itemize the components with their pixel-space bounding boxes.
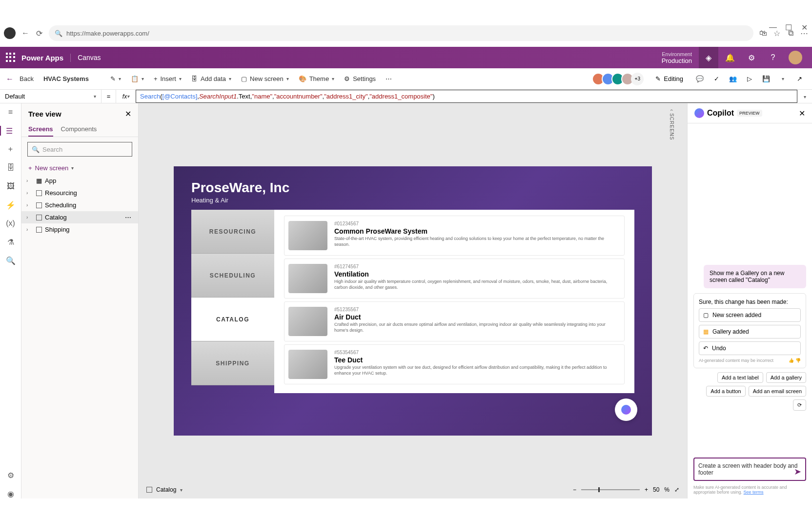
url-bar[interactable]: 🔍 https://make.powerapps.com/ [49,25,753,41]
tree-search-input[interactable]: 🔍 Search [27,142,132,157]
notifications-icon[interactable]: 🔔 [720,47,740,68]
suggestion-chip[interactable]: Add a gallery [766,372,806,383]
stage-nav: RESOURCING SCHEDULING CATALOG SHIPPING [191,210,274,393]
undo-button[interactable]: ↶Undo [699,341,801,355]
edit-icon[interactable]: ✎ ▾ [106,73,125,84]
app-launcher-icon[interactable] [6,53,16,62]
support-rail-icon[interactable]: ◉ [6,489,16,498]
comments-icon[interactable]: 💬 [693,72,707,86]
catalog-item[interactable]: #55354567Tee DuctUpgrade your ventilatio… [284,344,625,384]
tree-view-icon[interactable]: ☰ [0,126,21,136]
copilot-logo-icon [694,108,704,118]
stage-nav-shipping[interactable]: SHIPPING [191,341,274,385]
presence-avatars[interactable]: +3 [595,73,644,85]
settings-rail-icon[interactable]: ⚙ [6,470,16,480]
see-terms-link[interactable]: See terms [744,490,764,495]
insert-rail-icon[interactable]: + [6,144,16,154]
overflow-icon[interactable]: ⋯ [382,73,396,84]
catalog-item-image [288,307,327,336]
stage-nav-catalog[interactable]: CATALOG [191,298,274,341]
refresh-icon[interactable]: ⟳ [35,29,43,37]
add-data-button[interactable]: 🗄 Add data ▾ [187,73,235,84]
copilot-fab[interactable] [615,398,637,421]
catalog-item-image [288,221,327,250]
preview-icon[interactable]: ▷ [743,72,756,86]
share-icon[interactable]: 👥 [726,72,740,86]
suggestion-chip[interactable]: Add a button [706,386,745,397]
tree-item-shipping[interactable]: ›Shipping [21,223,138,236]
back-icon[interactable]: ← [21,29,29,37]
hamburger-icon[interactable]: ≡ [6,107,16,117]
zoom-slider[interactable] [581,489,640,490]
suggestion-chip[interactable]: Add a text label [717,372,763,383]
user-avatar[interactable] [789,51,802,64]
editing-mode[interactable]: ✎ Editing [651,73,687,84]
screens-side-tab[interactable]: ‹ SCREENS [668,105,675,144]
tree-item-scheduling[interactable]: ›Scheduling [21,199,138,211]
advanced-rail-icon[interactable]: ⚗ [6,237,16,247]
tree-item-catalog[interactable]: ›Catalog⋯ [21,211,138,223]
back-button[interactable]: ← [6,75,14,83]
data-rail-icon[interactable]: 🗄 [6,163,16,173]
shop-icon[interactable]: 🛍 [759,29,767,37]
theme-button[interactable]: 🎨 Theme ▾ [295,73,338,84]
publish-icon[interactable]: ↗ [792,72,806,86]
formula-expand-icon[interactable]: ▾ [797,93,812,100]
profile-avatar[interactable] [4,27,16,39]
zoom-out-icon[interactable]: − [573,486,576,493]
refresh-suggestions-icon[interactable]: ⟳ [793,399,806,411]
app-subtitle: Canvas [71,54,101,61]
send-icon[interactable]: ➤ [794,466,801,477]
formula-input[interactable]: Search([@Contacts], SearchInput1.Text, "… [136,90,797,103]
tree-item-app[interactable]: ›▦App [21,175,138,187]
action-gallery[interactable]: ▦Gallery added [699,325,801,339]
thumbs-down-icon[interactable]: 👎 [795,358,801,363]
environment-picker[interactable]: Environment Production [662,51,697,64]
thumbs-up-icon[interactable]: 👍 [789,358,794,363]
fx-label[interactable]: fx ▾ [116,90,136,103]
tab-components[interactable]: Components [61,122,97,137]
copilot-input[interactable]: Create a screen with header body and foo… [693,458,806,481]
search-rail-icon[interactable]: 🔍 [6,256,16,265]
canvas-area[interactable]: ProseWare, Inc Heating & Air RESOURCING … [139,103,687,498]
save-dropdown-icon[interactable]: ▾ [776,72,790,86]
new-screen-button[interactable]: ▢ New screen ▾ [237,73,293,84]
property-dropdown[interactable]: Default▾ [0,90,102,103]
tree-item-resourcing[interactable]: ›Resourcing [21,187,138,199]
browser-chrome: ← ⟳ 🔍 https://make.powerapps.com/ 🛍 ☆ ⧉ … [0,20,812,47]
close-icon[interactable]: ✕ [800,23,808,31]
tree-panel: Tree view ✕ Screens Components 🔍 Search … [21,103,139,498]
action-new-screen[interactable]: ▢New screen added [699,308,801,322]
tree-close-icon[interactable]: ✕ [125,109,131,119]
back-label[interactable]: Back [16,73,38,84]
tab-screens[interactable]: Screens [28,122,53,137]
variables-rail-icon[interactable]: (x) [6,219,16,228]
minimize-icon[interactable]: — [769,23,777,31]
paste-icon[interactable]: 📋 ▾ [127,73,148,84]
help-icon[interactable]: ? [763,47,783,68]
copilot-header-icon[interactable]: ◈ [699,47,718,68]
checker-icon[interactable]: ✓ [710,72,723,86]
flow-rail-icon[interactable]: ⚡ [6,200,16,210]
canvas-stage[interactable]: ProseWare, Inc Heating & Air RESOURCING … [174,166,652,436]
catalog-item[interactable]: #61274567VentilationHigh indoor air qual… [284,259,625,299]
copilot-close-icon[interactable]: ✕ [799,109,805,118]
selected-screen-label[interactable]: Catalog [156,486,176,493]
new-screen-tree-button[interactable]: + New screen ▾ [21,161,138,175]
settings-button[interactable]: ⚙ Settings [340,73,380,84]
stage-nav-scheduling[interactable]: SCHEDULING [191,254,274,298]
zoom-in-icon[interactable]: + [645,486,648,493]
save-icon[interactable]: 💾 [759,72,773,86]
catalog-item[interactable]: #01234567Common ProseWare SystemState-of… [284,216,625,256]
presence-more[interactable]: +3 [631,73,644,85]
catalog-item[interactable]: #51235567Air DuctCrafted with precision,… [284,301,625,341]
insert-button[interactable]: + Insert ▾ [150,73,185,84]
media-rail-icon[interactable]: 🖼 [6,181,16,191]
suggestion-chip[interactable]: Add an email screen [749,386,806,397]
stage-nav-resourcing[interactable]: RESOURCING [191,210,274,254]
settings-gear-icon[interactable]: ⚙ [742,47,761,68]
copilot-bot-response: Sure, this change has been made: ▢New sc… [693,293,806,368]
app-title[interactable]: Power Apps [21,54,71,62]
maximize-icon[interactable]: ☐ [785,23,792,31]
fit-icon[interactable]: ⤢ [674,486,679,493]
